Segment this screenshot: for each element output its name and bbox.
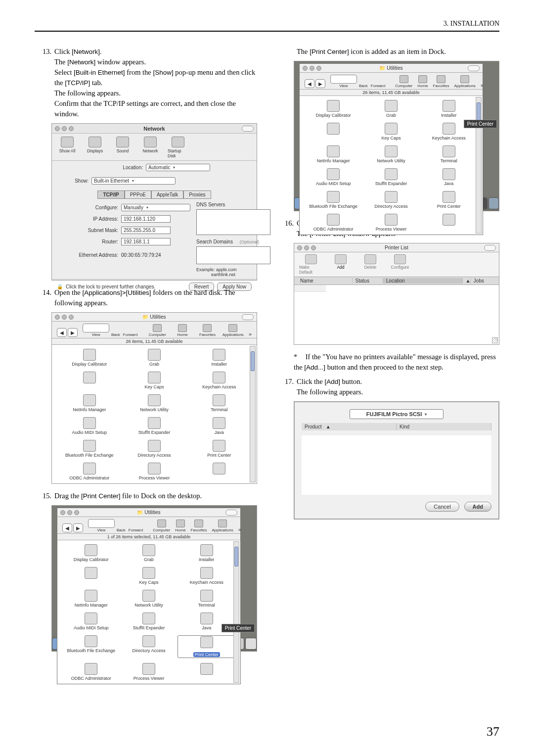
list-item[interactable]: Audio MIDI Setup xyxy=(62,613,120,630)
list-item[interactable]: Print Center xyxy=(420,191,478,209)
list-item[interactable]: Key Caps xyxy=(120,567,178,585)
configure-select[interactable]: Manually▾ xyxy=(121,204,190,211)
view-segmented[interactable] xyxy=(83,324,109,332)
col-kind[interactable]: Kind xyxy=(397,423,491,430)
forward-button[interactable]: ▶ xyxy=(73,523,83,532)
expand-button[interactable]: » xyxy=(481,82,484,88)
close-icon[interactable] xyxy=(55,315,60,320)
zoom-icon[interactable] xyxy=(74,510,79,515)
router-field[interactable]: 192.168.1.1 xyxy=(121,238,171,245)
fav-favorites[interactable]: Favorites xyxy=(191,520,207,532)
col-status[interactable]: Status xyxy=(352,278,383,284)
minimize-icon[interactable] xyxy=(67,510,72,515)
tab-pppoe[interactable]: PPPoE xyxy=(125,190,151,199)
fav-applications[interactable]: Applications xyxy=(212,520,233,532)
list-item[interactable]: Process Viewer xyxy=(120,663,178,681)
forward-button[interactable]: ▶ xyxy=(68,328,78,337)
list-item[interactable]: Process Viewer xyxy=(122,463,186,480)
expand-button[interactable]: » xyxy=(249,331,252,337)
scroll-thumb[interactable] xyxy=(251,351,255,371)
sort-icon[interactable]: ▲ xyxy=(462,278,470,284)
cancel-button[interactable]: Cancel xyxy=(425,502,459,512)
zoom-icon[interactable] xyxy=(311,245,316,250)
fav-computer[interactable]: Computer xyxy=(147,324,168,337)
list-item[interactable] xyxy=(62,567,120,585)
list-item[interactable]: Terminal xyxy=(420,145,478,163)
list-item[interactable]: Terminal xyxy=(178,590,235,608)
view-segmented[interactable] xyxy=(88,519,115,528)
showall-button[interactable]: Show All xyxy=(57,137,78,158)
list-item[interactable]: NetInfo Manager xyxy=(57,394,122,412)
network-button[interactable]: Network xyxy=(140,137,161,158)
toolbar-toggle-icon[interactable] xyxy=(242,126,254,132)
zoom-icon[interactable] xyxy=(69,315,74,320)
displays-button[interactable]: Displays xyxy=(85,137,105,158)
list-item[interactable] xyxy=(178,663,235,681)
tab-appletalk[interactable]: AppleTalk xyxy=(151,190,183,199)
configure-printer-button[interactable]: Configure xyxy=(388,254,412,275)
searchdomains-textarea[interactable] xyxy=(196,246,270,264)
list-item[interactable]: Bluetooth File Exchange xyxy=(57,440,122,458)
scroll-thumb[interactable] xyxy=(234,547,238,567)
col-jobs[interactable]: Jobs xyxy=(470,278,496,284)
scrollbar[interactable] xyxy=(476,97,482,234)
list-item[interactable]: Keychain Access xyxy=(187,372,252,389)
list-item[interactable]: Java xyxy=(187,417,252,435)
ip-field[interactable]: 192.168.1.120 xyxy=(121,215,171,223)
col-location[interactable]: Location xyxy=(383,278,462,284)
col-product[interactable]: Product ▲ xyxy=(302,423,397,430)
toolbar-toggle-icon[interactable] xyxy=(225,510,237,516)
scrollbar[interactable] xyxy=(250,346,256,482)
list-item[interactable]: Key Caps xyxy=(122,372,186,389)
resize-handle-icon[interactable] xyxy=(492,337,498,343)
list-item[interactable] xyxy=(57,372,122,389)
list-item[interactable]: StuffIt Expander xyxy=(120,613,178,630)
list-item[interactable]: Network Utility xyxy=(120,590,178,608)
list-item[interactable]: Installer xyxy=(187,349,252,367)
minimize-icon[interactable] xyxy=(62,315,67,320)
list-item[interactable]: Print Center xyxy=(187,440,252,458)
list-item[interactable]: Java xyxy=(420,168,478,186)
list-item[interactable]: Directory Access xyxy=(122,440,186,458)
list-item[interactable]: Directory Access xyxy=(120,635,178,658)
back-button[interactable]: ◀ xyxy=(62,523,72,532)
zoom-icon[interactable] xyxy=(69,126,74,131)
add-button[interactable]: Add xyxy=(464,502,491,512)
col-name[interactable]: Name xyxy=(297,278,352,284)
tab-tcpip[interactable]: TCP/IP xyxy=(97,190,124,199)
list-item[interactable]: Display Calibrator xyxy=(62,544,120,562)
mask-field[interactable]: 255.255.255.0 xyxy=(121,227,171,234)
minimize-icon[interactable] xyxy=(304,245,309,250)
dock-item[interactable] xyxy=(245,638,257,650)
show-select[interactable]: Built-in Ethernet▾ xyxy=(91,177,176,185)
list-item[interactable]: Network Utility xyxy=(122,394,186,412)
list-item[interactable]: Grab xyxy=(120,544,178,562)
list-item[interactable]: NetInfo Manager xyxy=(305,145,362,163)
close-icon[interactable] xyxy=(303,66,308,71)
makedefault-button[interactable]: Make Default xyxy=(299,254,323,275)
list-item[interactable]: Audio MIDI Setup xyxy=(305,168,362,186)
expand-button[interactable]: » xyxy=(238,526,241,532)
list-item[interactable]: Print Center xyxy=(178,635,235,658)
list-item[interactable]: Process Viewer xyxy=(362,214,420,232)
delete-printer-button[interactable]: Delete xyxy=(358,254,382,275)
fav-applications[interactable]: Applications xyxy=(222,324,244,337)
list-item[interactable]: Installer xyxy=(178,544,235,562)
startup-button[interactable]: Startup Disk xyxy=(168,137,188,158)
list-item[interactable] xyxy=(305,123,362,141)
close-icon[interactable] xyxy=(60,510,65,515)
forward-button[interactable]: ▶ xyxy=(315,79,325,88)
add-printer-button[interactable]: Add xyxy=(329,254,353,275)
dns-textarea[interactable] xyxy=(196,209,270,235)
fav-home[interactable]: Home xyxy=(175,520,185,532)
list-item[interactable] xyxy=(420,214,478,232)
source-select[interactable]: FUJIFILM Pictro SCSI ▾ xyxy=(350,409,444,419)
fav-home[interactable]: Home xyxy=(173,324,193,337)
list-item[interactable] xyxy=(294,285,326,292)
back-button[interactable]: ◀ xyxy=(305,79,314,88)
toolbar-toggle-icon[interactable] xyxy=(468,65,480,71)
sound-button[interactable]: Sound xyxy=(112,137,133,158)
view-segmented[interactable] xyxy=(330,75,357,84)
list-item[interactable]: Bluetooth File Exchange xyxy=(305,191,362,209)
list-item[interactable]: Keychain Access xyxy=(178,567,235,585)
